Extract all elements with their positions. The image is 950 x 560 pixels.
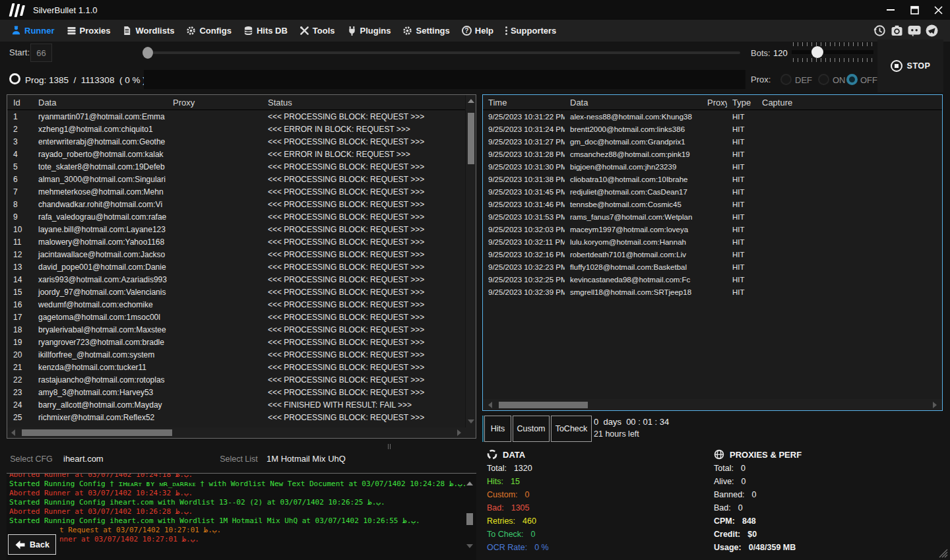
nav-item-plugins[interactable]: Plugins <box>341 20 397 42</box>
table-row[interactable]: 9 rafa_valedograu@hotmail.com:rafae <<< … <box>7 211 465 224</box>
vscrollbar-thumb[interactable] <box>468 113 474 164</box>
prox-radio-off[interactable] <box>846 74 858 85</box>
tab-tocheck[interactable]: ToCheck <box>551 416 592 442</box>
scroll-right-arrow[interactable] <box>457 429 461 436</box>
col-header-type[interactable]: Type <box>727 95 757 109</box>
hscrollbar-thumb[interactable] <box>22 429 172 436</box>
maximize-button[interactable] <box>902 0 926 20</box>
table-row[interactable]: 9/25/2023 10:31:38 PM cliobatra10@hotmai… <box>483 173 942 186</box>
table-row[interactable]: 9/25/2023 10:31:30 PM bigjoen@hotmail.co… <box>483 161 942 173</box>
table-row[interactable]: 9/25/2023 10:32:25 PM kevincastaneda98@h… <box>483 274 942 286</box>
prox-radio-def[interactable] <box>780 74 792 85</box>
scroll-up-arrow[interactable] <box>466 482 473 485</box>
nav-item-supporters[interactable]: Supporters <box>499 20 562 42</box>
col-header-capture[interactable]: Capture <box>757 95 942 109</box>
vscrollbar-thumb[interactable] <box>466 513 473 525</box>
table-row[interactable]: 3 enterwriterabj@hotmail.com:Geothe <<< … <box>7 136 465 148</box>
left-table-vscrollbar[interactable] <box>465 95 476 427</box>
hits-table-hscrollbar[interactable] <box>483 399 942 410</box>
scroll-left-arrow[interactable] <box>11 429 15 436</box>
col-header-time[interactable]: Time <box>483 95 565 109</box>
left-table-hscrollbar[interactable] <box>7 427 465 438</box>
table-row[interactable]: 9/25/2023 10:32:23 PM fluffy1028@hotmail… <box>483 261 942 274</box>
table-row[interactable]: 14 xaris993@hotmail.com:Azariadis993 <<<… <box>7 274 465 286</box>
col-header-proxy[interactable]: Proxy <box>167 95 262 109</box>
start-position-slider[interactable] <box>144 47 740 59</box>
minimize-button[interactable] <box>879 0 902 20</box>
resize-grip[interactable] <box>939 549 948 558</box>
telegram-icon[interactable] <box>926 24 938 37</box>
table-row[interactable]: 13 david_pope001@hotmail.com:Danie <<< P… <box>7 261 465 274</box>
table-row[interactable]: 9/25/2023 10:32:39 PM smgrell18@hotmail.… <box>483 286 942 299</box>
stop-panel[interactable]: STOP <box>877 40 943 92</box>
table-row[interactable]: 20 ikillforfree_@hotmail.com:system <<< … <box>7 349 465 361</box>
nav-item-hitsdb[interactable]: Hits DB <box>238 20 294 42</box>
table-row[interactable]: 9/25/2023 10:31:53 PM rams_fanus7@hotmai… <box>483 211 942 224</box>
slider-thumb[interactable] <box>142 47 153 59</box>
bots-slider[interactable] <box>792 42 873 62</box>
scroll-down-arrow[interactable] <box>468 420 474 423</box>
table-row[interactable]: 10 layane.bill@hotmail.com:Layane123 <<<… <box>7 224 465 236</box>
table-row[interactable]: 5 tote_skater8@hotmail.com:19Defeb <<< P… <box>7 161 465 173</box>
table-row[interactable]: 25 richmixer@hotmail.com:Reflex52 <<< PR… <box>7 412 465 424</box>
table-row[interactable]: 8 chandwadkar.rohit@hotmail.com:Vi <<< P… <box>7 199 465 211</box>
nav-item-runner[interactable]: Runner <box>5 20 61 42</box>
table-row[interactable]: 9/25/2023 10:32:11 PM lulu.koryom@hotmai… <box>483 236 942 249</box>
select-wordlist-button[interactable]: Select List <box>218 446 260 472</box>
table-row[interactable]: 9/25/2023 10:32:03 PM maceym1997@hotmail… <box>483 224 942 236</box>
table-row[interactable]: 22 rastajuancho@hotmail.com:rotoplas <<<… <box>7 374 465 387</box>
history-icon[interactable] <box>873 24 886 37</box>
close-button[interactable] <box>926 0 950 20</box>
table-row[interactable]: 17 gagetoma@hotmail.com:1msoc00l <<< PRO… <box>7 311 465 324</box>
table-row[interactable]: 19 ryangrover723@hotmail.com:bradle <<< … <box>7 336 465 349</box>
table-row[interactable]: 9/25/2023 10:31:22 PM alex-ness88@hotmai… <box>483 111 942 123</box>
col-header-id[interactable]: Id <box>7 95 32 109</box>
splitter-grip[interactable] <box>388 444 391 449</box>
col-header-data[interactable]: Data <box>565 95 702 109</box>
table-row[interactable]: 9/25/2023 10:32:16 PM robertdeath7101@ho… <box>483 249 942 261</box>
nav-item-wordlists[interactable]: Wordlists <box>116 20 180 42</box>
table-row[interactable]: 9/25/2023 10:31:45 PM redjuliet@hotmail.… <box>483 186 942 199</box>
tab-custom[interactable]: Custom <box>513 416 550 442</box>
table-row[interactable]: 11 malowery@hotmail.com:Yahoo1168 <<< PR… <box>7 236 465 249</box>
table-row[interactable]: 21 kenzda@hotmail.com:tucker11 <<< PROCE… <box>7 361 465 374</box>
scroll-right-arrow[interactable] <box>933 402 937 408</box>
select-config-button[interactable]: Select CFG <box>7 446 56 472</box>
back-button[interactable]: Back <box>8 534 56 555</box>
nav-item-configs[interactable]: Configs <box>180 20 237 42</box>
table-row[interactable]: 9/25/2023 10:31:28 PM cmsanchez88@hotmai… <box>483 148 942 161</box>
table-row[interactable]: 9/25/2023 10:31:46 PM tennsbe@hotmail.co… <box>483 199 942 211</box>
scroll-down-arrow[interactable] <box>466 544 473 548</box>
start-input[interactable] <box>30 44 52 62</box>
slider-thumb[interactable] <box>811 46 823 58</box>
hscrollbar-thumb[interactable] <box>499 402 588 408</box>
log-vscrollbar[interactable] <box>464 476 475 557</box>
table-row[interactable]: 16 wedumf@hotmail.com:echomike <<< PROCE… <box>7 299 465 311</box>
col-header-status[interactable]: Status <box>262 95 476 109</box>
nav-item-tools[interactable]: Tools <box>294 20 341 42</box>
table-row[interactable]: 9/25/2023 10:31:27 PM gm_doc@hotmail.com… <box>483 136 942 148</box>
table-row[interactable]: 15 joordy_97@hotmail.com:Valencianis <<<… <box>7 286 465 299</box>
col-header-data[interactable]: Data <box>32 95 167 109</box>
table-row[interactable]: 4 rayado_roberto@hotmail.com:kalak <<< E… <box>7 148 465 161</box>
table-row[interactable]: 18 bryalerivabal@hotmail.com:Maxstee <<<… <box>7 324 465 336</box>
discord-icon[interactable] <box>908 24 921 37</box>
table-row[interactable]: 7 mehmeterkose@hotmail.com:Mehn <<< PROC… <box>7 186 465 199</box>
table-row[interactable]: 24 barry_allcott@hotmail.com:Mayday <<< … <box>7 399 465 412</box>
cell-status: <<< ERROR IN BLOCK: REQUEST >>> <box>262 148 465 161</box>
camera-icon[interactable] <box>891 24 903 37</box>
table-row[interactable]: 1 ryanmartin071@hotmail.com:Emma <<< PRO… <box>7 111 465 123</box>
scroll-up-arrow[interactable] <box>468 99 474 103</box>
col-header-proxy[interactable]: Proxy <box>702 95 727 109</box>
table-row[interactable]: 6 alman_3000@hotmail.com:Singulari <<< P… <box>7 173 465 186</box>
prox-radio-on[interactable] <box>818 74 829 85</box>
table-row[interactable]: 9/25/2023 10:31:24 PM brentt2000@hotmail… <box>483 123 942 136</box>
tab-hits[interactable]: Hits <box>484 416 511 442</box>
table-row[interactable]: 2 xzheng1@hotmail.com:chiquito1 <<< ERRO… <box>7 123 465 136</box>
table-row[interactable]: 23 amy8_3@hotmail.com:Harvey53 <<< PROCE… <box>7 387 465 399</box>
nav-item-help[interactable]: ? Help <box>456 20 499 42</box>
nav-item-proxies[interactable]: Proxies <box>61 20 117 42</box>
nav-item-settings[interactable]: Settings <box>396 20 455 42</box>
table-row[interactable]: 12 jacintawallace@hotmail.com:Jackso <<<… <box>7 249 465 261</box>
scroll-left-arrow[interactable] <box>488 402 492 408</box>
